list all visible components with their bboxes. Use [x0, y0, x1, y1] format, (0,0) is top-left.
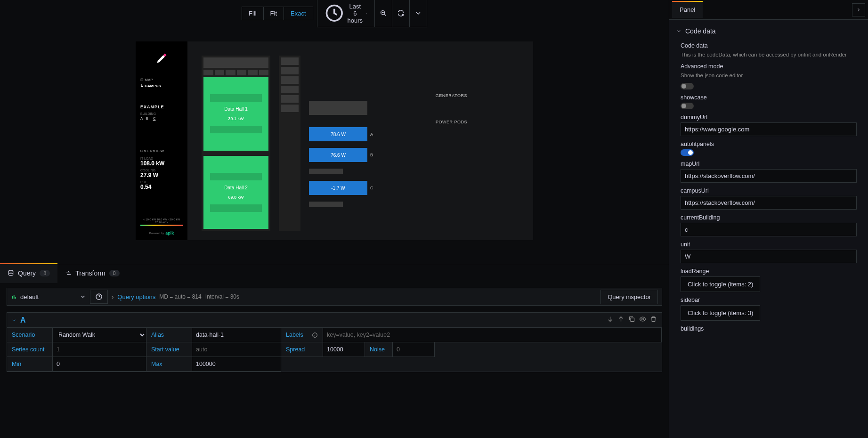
campusurl-label: campusUrl [681, 187, 857, 194]
fill-button[interactable]: Fill [242, 7, 264, 20]
right-indicators: GENERATORS POWER PODS 78.6 WA 76.6 WB -1… [309, 56, 524, 231]
chevron-down-icon [414, 9, 422, 17]
code-data-label: Code data [681, 42, 857, 49]
chevron-down-icon[interactable] [12, 318, 16, 323]
duplicate-button[interactable] [628, 316, 635, 324]
svg-point-2 [8, 270, 13, 272]
options-sidebar: Panel Code data Code data This is the co… [669, 0, 868, 438]
field-start-value-label: Start value [146, 342, 192, 357]
generators-column [279, 56, 300, 231]
datasource-help-button[interactable] [90, 290, 108, 304]
field-max-label: Max [146, 357, 192, 372]
move-down-button[interactable] [607, 316, 614, 324]
zoom-out-button[interactable] [375, 0, 392, 27]
editor-toolbar: Fill Fit Exact Last 6 hours [0, 0, 669, 26]
power-pod-empty-1 [309, 169, 524, 174]
campusurl-input[interactable] [681, 196, 857, 210]
autofitpanels-toggle[interactable] [681, 149, 694, 156]
info-icon[interactable] [312, 332, 318, 338]
advanced-mode-desc: Show the json code editor [681, 72, 857, 79]
currentbuilding-input[interactable] [681, 223, 857, 236]
svg-rect-4 [14, 295, 15, 299]
power-pod-a: 78.6 WA [309, 127, 524, 141]
refresh-icon [397, 9, 405, 17]
powered-by: Powered by aplk [136, 226, 187, 240]
buildings-label: buildings [681, 325, 857, 332]
query-inspector-button[interactable]: Query inspector [600, 290, 658, 304]
tab-panel[interactable]: Panel [672, 1, 703, 18]
sidebar-toggle-button[interactable]: Click to toggle (items: 3) [681, 305, 760, 321]
field-spread-input[interactable] [323, 342, 365, 357]
database-icon [8, 270, 14, 276]
panel-preview-area: ⊞ MAP ↳ CAMPUS EXAMPLE BUILDING ABC OVER… [0, 26, 669, 261]
metric-value-cooling: 27.9 W [136, 172, 187, 178]
field-series-count-label: Series count [7, 342, 53, 357]
refresh-interval-button[interactable] [410, 0, 427, 27]
sidebar-opt-label: sidebar [681, 297, 857, 303]
data-halls-column: Data Hall 1 39.1 kW Data Hall 2 69.0 kW [202, 56, 270, 231]
dummyurl-input[interactable] [681, 122, 857, 136]
svg-rect-7 [631, 318, 634, 322]
mapurl-input[interactable] [681, 169, 857, 183]
view-mode-group: Fill Fit Exact [242, 7, 313, 20]
query-md: MD = auto = 814 [159, 293, 201, 300]
exact-button[interactable]: Exact [284, 7, 313, 20]
tab-transform[interactable]: Transform 0 [57, 264, 127, 283]
code-data-desc: This is the codeData, which can be acces… [681, 51, 857, 58]
brush-icon [155, 52, 168, 65]
field-labels-label: Labels [281, 327, 323, 342]
field-labels-input[interactable] [323, 327, 662, 342]
advanced-mode-toggle[interactable] [681, 83, 694, 89]
metric-value-itload: 108.0 kW [136, 160, 187, 167]
delete-button[interactable] [650, 316, 657, 324]
move-up-button[interactable] [617, 316, 625, 324]
query-options-toggle[interactable]: Query options [117, 293, 155, 300]
building-heading: BUILDING [136, 112, 187, 115]
field-scenario-select[interactable]: Random Walk [52, 327, 146, 342]
fit-button[interactable]: Fit [264, 7, 284, 20]
toggle-visibility-button[interactable] [639, 316, 646, 324]
power-pod-c: -1.7 WC [309, 181, 524, 195]
field-min-label: Min [7, 357, 53, 372]
chevron-right-icon [856, 7, 861, 13]
metric-value-pue: 0.54 [136, 184, 187, 190]
field-series-count-input[interactable] [52, 342, 146, 357]
query-name: A [20, 316, 26, 324]
generators-label: GENERATORS [309, 93, 524, 98]
field-min-input[interactable] [52, 357, 146, 372]
metric-label-itload: IT LOAD [136, 155, 187, 160]
building-selector: ABC [136, 115, 187, 121]
query-body: default › Query options MD = auto = 814 … [0, 283, 669, 438]
chevron-down-icon [80, 293, 86, 300]
tab-query[interactable]: Query 8 [0, 264, 57, 283]
autofitpanels-label: autofitpanels [681, 141, 857, 147]
panel-frame: ⊞ MAP ↳ CAMPUS EXAMPLE BUILDING ABC OVER… [136, 41, 533, 240]
field-noise-input[interactable] [392, 342, 435, 357]
overview-label: OVERVIEW [136, 121, 187, 155]
field-start-value-input[interactable] [192, 342, 281, 357]
dummyurl-label: dummyUrl [681, 114, 857, 121]
section-code-data[interactable]: Code data [669, 23, 868, 40]
datasource-select[interactable]: default [11, 293, 86, 300]
editor-tabs: Query 8 Transform 0 [0, 264, 669, 283]
panel-main: Data Hall 1 39.1 kW Data Hall 2 69.0 kW [187, 41, 533, 240]
help-icon [95, 293, 103, 300]
chevron-down-icon [676, 28, 681, 34]
showcase-label: showcase [681, 94, 857, 101]
time-picker-button[interactable]: Last 6 hours [317, 0, 375, 27]
panel-sidebar: ⊞ MAP ↳ CAMPUS EXAMPLE BUILDING ABC OVER… [136, 41, 187, 240]
field-scenario-label: Scenario [7, 327, 53, 342]
editor-lower-pane: Query 8 Transform 0 default [0, 264, 669, 438]
field-spread-label: Spread [281, 342, 323, 357]
svg-rect-3 [12, 296, 13, 299]
field-alias-input[interactable] [192, 327, 281, 342]
clock-icon [324, 3, 345, 24]
refresh-button[interactable] [392, 0, 410, 27]
showcase-toggle[interactable] [681, 103, 694, 109]
expand-sidebar-button[interactable] [852, 3, 865, 16]
loadrange-toggle-button[interactable]: Click to toggle (items: 2) [681, 276, 760, 292]
field-max-input[interactable] [192, 357, 281, 372]
panel-logo [136, 41, 187, 75]
unit-input[interactable] [681, 250, 857, 263]
datasource-icon [11, 293, 17, 300]
